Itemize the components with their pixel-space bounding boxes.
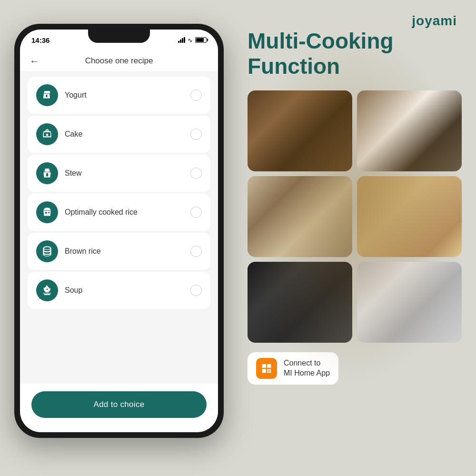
radio-optimally-cooked-rice[interactable]	[190, 207, 202, 218]
wifi-icon: ∿	[188, 37, 193, 44]
radio-soup[interactable]	[190, 285, 202, 296]
recipe-item-yogurt[interactable]: Yogurt	[28, 77, 210, 114]
soup-icon-circle	[36, 279, 58, 301]
recipe-name-optimally-cooked-rice: Optimally cooked rice	[65, 208, 138, 217]
radio-yogurt[interactable]	[190, 89, 202, 101]
phone-frame: 14:36 ∿ ← Choose one recipe	[14, 24, 224, 438]
recipe-name-stew: Stew	[65, 169, 82, 178]
recipe-name-soup: Soup	[65, 286, 82, 295]
optimally-cooked-rice-icon	[41, 206, 53, 218]
phone-notch	[88, 30, 150, 43]
recipe-item-optimally-cooked-rice[interactable]: Optimally cooked rice	[28, 194, 210, 231]
right-panel: Multi-Cooking Function Connect toMI Home…	[243, 29, 466, 385]
radio-brown-rice[interactable]	[190, 246, 202, 257]
phone-screen: 14:36 ∿ ← Choose one recipe	[20, 30, 218, 432]
food-photo-grilled	[248, 90, 352, 171]
recipe-item-brown-rice[interactable]: Brown rice	[28, 233, 210, 270]
page-title: Choose one recipe	[85, 56, 153, 66]
photo-grid	[243, 90, 466, 343]
optimally-cooked-rice-icon-circle	[36, 201, 58, 223]
back-button[interactable]: ←	[30, 56, 39, 67]
phone-mockup: 14:36 ∿ ← Choose one recipe	[14, 24, 233, 452]
stew-icon	[41, 167, 53, 179]
stew-icon-circle	[36, 162, 58, 184]
recipe-item-stew[interactable]: Stew	[28, 155, 210, 192]
cake-icon-circle	[36, 123, 58, 145]
yogurt-icon-circle	[36, 84, 58, 106]
recipe-item-cake[interactable]: Cake	[28, 116, 210, 153]
add-btn-container: Add to choice	[20, 384, 218, 432]
battery-icon	[195, 37, 207, 43]
signal-icon	[178, 37, 185, 43]
soup-icon	[41, 284, 53, 297]
app-header: ← Choose one recipe	[20, 50, 218, 72]
brown-rice-icon	[41, 245, 53, 258]
recipe-name-cake: Cake	[65, 130, 82, 139]
brand-name: joyami	[412, 13, 457, 29]
yogurt-icon	[41, 89, 53, 101]
recipe-name-brown-rice: Brown rice	[65, 247, 101, 256]
radio-cake[interactable]	[190, 129, 202, 140]
recipe-list: Yogurt Cake	[20, 72, 218, 384]
brown-rice-icon-circle	[36, 240, 58, 262]
cake-icon	[41, 128, 53, 140]
recipe-item-soup[interactable]: Soup	[28, 272, 210, 309]
add-to-choice-button[interactable]: Add to choice	[31, 391, 207, 418]
status-icons: ∿	[178, 37, 207, 44]
radio-stew[interactable]	[190, 168, 202, 179]
recipe-name-yogurt: Yogurt	[65, 91, 87, 99]
status-time: 14:36	[31, 36, 50, 44]
